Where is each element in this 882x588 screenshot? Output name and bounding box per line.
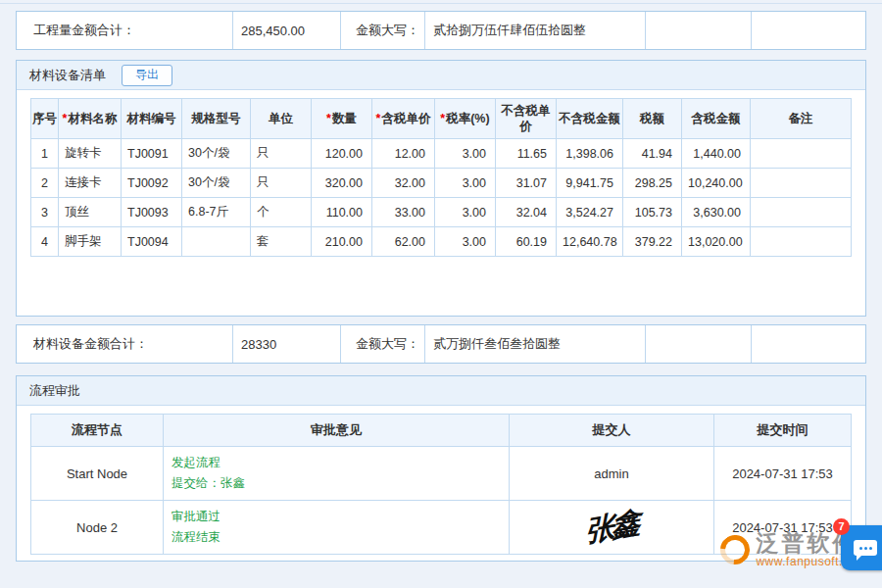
material-column-header: 含税金额 [682,99,751,139]
material-cell: 1,398.06 [557,139,623,169]
material-total-bar: 材料设备金额合计： 28330 金额大写： 贰万捌仟叁佰叁拾圆整 [16,324,866,364]
material-cell: 298.25 [623,169,682,198]
material-cell: 13,020.00 [682,227,751,257]
material-cell: 个 [251,198,312,227]
material-column-header: *含税单价 [372,99,435,139]
submitter-signature: 张鑫 [585,503,639,553]
approval-column-header: 提交时间 [714,415,852,447]
material-cell: 41.94 [623,139,682,169]
material-list-panel: 材料设备清单 导出 序号*材料名称材料编号规格型号单位*数量*含税单价*税率(%… [16,60,866,317]
material-cell: 只 [251,169,312,198]
amount-in-words-value: 贰拾捌万伍仟肆佰伍拾圆整 [425,12,646,49]
required-asterisk: * [440,112,445,125]
material-cell: TJ0094 [122,227,182,257]
material-column-header: *数量 [312,99,372,139]
material-cell: 32.04 [496,198,557,227]
material-column-header: 不含税金额 [557,99,623,139]
material-column-header: 备注 [751,99,852,139]
material-cell: 3.00 [435,169,496,198]
material-table: 序号*材料名称材料编号规格型号单位*数量*含税单价*税率(%)不含税单价不含税金… [30,98,852,257]
approval-column-header: 审批意见 [164,415,510,447]
material-cell: 3.00 [435,227,496,257]
material-cell: 30个/袋 [182,139,251,169]
material-column-header: 税额 [623,99,682,139]
material-cell: 12,640.78 [557,227,623,257]
material-cell: 3,524.27 [557,198,623,227]
empty-cell [646,12,752,49]
material-cell [751,198,852,227]
material-cell: 3 [31,198,59,227]
material-cell: 1,440.00 [682,139,751,169]
approval-panel-header: 流程审批 [17,376,865,406]
amount-in-words-value: 贰万捌仟叁佰叁拾圆整 [425,325,646,363]
approval-opinion-line: 提交给：张鑫 [172,473,501,494]
material-column-header: 材料编号 [122,99,182,139]
flow-node-cell: Node 2 [31,501,164,555]
approval-column-header: 流程节点 [31,415,164,447]
empty-cell [752,325,865,363]
material-header-row: 序号*材料名称材料编号规格型号单位*数量*含税单价*税率(%)不含税单价不含税金… [31,99,852,139]
material-cell: 32.00 [372,169,435,198]
material-cell: 2 [31,169,59,198]
material-cell: 320.00 [312,169,372,198]
approval-panel-title: 流程审批 [29,382,80,400]
flow-node-cell: Start Node [31,447,164,501]
submit-time-cell: 2024-07-31 17:53 [714,447,852,501]
material-cell: 3.00 [435,198,496,227]
approval-header-row: 流程节点审批意见提交人提交时间 [31,415,852,447]
top-divider [0,0,882,4]
material-cell: 60.19 [496,227,557,257]
material-cell: 105.73 [623,198,682,227]
material-column-header: 序号 [31,99,59,139]
material-cell: 120.00 [312,139,372,169]
project-total-label: 工程量金额合计： [17,12,233,49]
submitter-cell: 张鑫 [510,501,714,555]
empty-cell [752,12,865,49]
chat-bubble-icon [854,540,877,556]
material-row: 1旋转卡TJ009130个/袋只120.0012.003.0011.651,39… [31,139,852,169]
material-cell: 10,240.00 [682,169,751,198]
material-cell: 脚手架 [59,227,122,257]
material-cell: 110.00 [312,198,372,227]
material-cell: 210.00 [312,227,372,257]
material-cell: 30个/袋 [182,169,251,198]
material-panel-title: 材料设备清单 [29,67,106,84]
material-cell: TJ0092 [122,169,182,198]
material-total-label: 材料设备金额合计： [17,325,233,363]
material-cell: 连接卡 [59,169,122,198]
material-cell: TJ0093 [122,198,182,227]
material-panel-header: 材料设备清单 导出 [17,61,865,90]
material-cell: 旋转卡 [59,139,122,169]
material-cell: 6.8-7斤 [182,198,251,227]
material-cell: 顶丝 [59,198,122,227]
material-cell: 379.22 [623,227,682,257]
approval-opinion-line: 发起流程 [172,453,501,473]
material-cell [751,169,852,198]
material-cell: 33.00 [372,198,435,227]
material-cell: 3.00 [435,139,496,169]
material-cell: 套 [251,227,312,257]
chat-widget-button[interactable]: 7 [841,525,882,570]
amount-in-words-label: 金额大写： [341,12,425,49]
material-column-header: 规格型号 [182,99,251,139]
material-cell: 4 [31,227,59,257]
approval-opinion-cell: 发起流程提交给：张鑫 [164,447,510,501]
approval-opinion-cell: 审批通过流程结束 [164,501,510,555]
required-asterisk: * [326,112,331,125]
material-cell [751,139,852,169]
submitter-cell: admin [510,447,714,501]
material-cell [182,227,251,257]
material-cell: 11.65 [496,139,557,169]
material-cell: 9,941.75 [557,169,623,198]
approval-opinion-line: 流程结束 [172,527,501,548]
export-button[interactable]: 导出 [122,65,172,86]
material-row: 2连接卡TJ009230个/袋只320.0032.003.0031.079,94… [31,169,852,198]
required-asterisk: * [376,112,381,125]
chat-unread-badge: 7 [833,518,850,535]
material-row: 4脚手架TJ0094套210.0062.003.0060.1912,640.78… [31,227,852,257]
project-total-value: 285,450.00 [233,12,341,49]
material-panel-body: 序号*材料名称材料编号规格型号单位*数量*含税单价*税率(%)不含税单价不含税金… [17,90,865,316]
approval-opinion-line: 审批通过 [172,507,501,527]
material-column-header: *税率(%) [435,99,496,139]
submitter-name: admin [594,466,628,481]
